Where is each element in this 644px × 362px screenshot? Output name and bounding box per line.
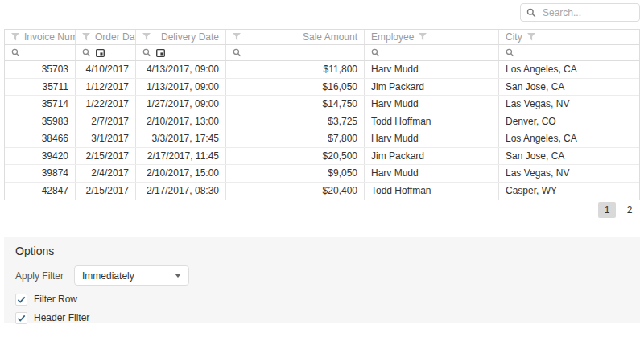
table-cell: Los Angeles, CA <box>499 61 639 78</box>
table-cell: Casper, WY <box>499 183 639 200</box>
table-cell: 39874 <box>5 165 76 182</box>
grid-body: 357034/10/20174/13/2017, 09:00$11,800Har… <box>5 61 639 200</box>
checkbox-row[interactable]: Filter Row <box>15 293 629 306</box>
table-cell: 4/13/2017, 09:00 <box>136 61 226 78</box>
apply-filter-row: Apply Filter Immediately <box>15 265 629 286</box>
table-cell: Las Vegas, NV <box>499 165 639 182</box>
table-cell: Harv Mudd <box>365 130 499 147</box>
table-cell: 38466 <box>5 130 76 147</box>
apply-filter-value: Immediately <box>82 270 134 282</box>
checkbox[interactable] <box>15 294 27 306</box>
apply-filter-label: Apply Filter <box>15 270 64 282</box>
table-cell: $9,050 <box>226 165 365 182</box>
search-panel[interactable] <box>520 3 640 22</box>
grid-header-row: Invoice NumberOrder DateDelivery DateSal… <box>5 30 639 45</box>
search-icon <box>233 48 242 57</box>
column-header[interactable]: Delivery Date <box>136 30 226 44</box>
filter-row-cell[interactable] <box>226 45 365 60</box>
table-cell: 2/10/2017, 15:00 <box>136 165 226 182</box>
table-cell: Jim Packard <box>365 79 499 96</box>
table-row: 394202/15/20172/17/2017, 11:45$20,500Jim… <box>5 148 639 166</box>
pager-page-2[interactable]: 2 <box>621 202 638 218</box>
table-cell: 4/10/2017 <box>76 61 136 78</box>
funnel-icon[interactable] <box>142 33 151 41</box>
column-header-label: Invoice Number <box>24 31 76 43</box>
options-title: Options <box>15 245 629 257</box>
search-icon <box>11 48 20 57</box>
table-cell: 2/15/2017 <box>76 148 136 165</box>
table-row: 428472/15/20172/17/2017, 08:30$20,400Tod… <box>5 183 639 200</box>
table-cell: 42847 <box>5 183 76 200</box>
table-cell: 3/1/2017 <box>76 130 136 147</box>
table-cell: Todd Hoffman <box>365 183 499 200</box>
grid-filter-row <box>5 45 639 61</box>
table-cell: 35711 <box>5 79 76 96</box>
table-cell: Jim Packard <box>365 148 499 165</box>
checkbox[interactable] <box>15 312 27 324</box>
search-icon <box>526 8 536 18</box>
funnel-icon[interactable] <box>11 33 19 41</box>
column-header[interactable]: Employee <box>365 30 499 44</box>
check-icon <box>17 295 26 304</box>
table-row: 398742/4/20172/10/2017, 15:00$9,050Harv … <box>5 165 639 183</box>
funnel-icon[interactable] <box>233 33 241 41</box>
table-cell: 2/10/2017, 13:00 <box>136 113 226 130</box>
funnel-icon[interactable] <box>419 33 427 41</box>
filter-row-cell[interactable] <box>499 45 639 60</box>
column-header-label: City <box>506 31 522 43</box>
checkbox-row[interactable]: Header Filter <box>15 311 629 324</box>
column-header[interactable]: Invoice Number <box>5 30 76 44</box>
checkbox-label: Header Filter <box>34 312 89 323</box>
table-cell: Denver, CO <box>499 113 639 130</box>
table-cell: 1/22/2017 <box>76 96 136 113</box>
column-header[interactable]: Order Date <box>76 30 136 44</box>
search-icon <box>371 48 380 57</box>
data-grid: Invoice NumberOrder DateDelivery DateSal… <box>4 29 640 200</box>
column-header[interactable]: City <box>499 30 639 44</box>
table-cell: 35703 <box>5 61 76 78</box>
column-header-label: Employee <box>371 31 414 43</box>
options-checkboxes: Filter RowHeader Filter <box>15 293 629 324</box>
table-cell: $3,725 <box>226 113 365 130</box>
table-row: 357141/22/20171/27/2017, 09:00$14,750Har… <box>5 96 639 113</box>
table-cell: 1/12/2017 <box>76 79 136 96</box>
table-cell: 1/13/2017, 09:00 <box>136 79 226 96</box>
funnel-icon[interactable] <box>527 33 535 41</box>
calendar-icon[interactable] <box>96 48 105 57</box>
funnel-icon[interactable] <box>82 33 90 41</box>
table-cell: 2/7/2017 <box>76 113 136 130</box>
table-cell: 1/27/2017, 09:00 <box>136 96 226 113</box>
table-cell: Harv Mudd <box>365 61 499 78</box>
table-cell: Las Vegas, NV <box>499 96 639 113</box>
table-cell: $16,050 <box>226 79 365 96</box>
table-cell: San Jose, CA <box>499 79 639 96</box>
search-input[interactable] <box>541 6 634 19</box>
column-header-label: Order Date <box>95 31 136 43</box>
table-cell: $11,800 <box>226 61 365 78</box>
table-cell: 35983 <box>5 113 76 130</box>
table-cell: 35714 <box>5 96 76 113</box>
table-cell: 2/17/2017, 11:45 <box>136 148 226 165</box>
apply-filter-select[interactable]: Immediately <box>74 265 189 286</box>
table-cell: $7,800 <box>226 130 365 147</box>
options-panel: Options Apply Filter Immediately Filter … <box>4 237 640 323</box>
column-header[interactable]: Sale Amount <box>226 30 365 44</box>
column-header-label: Sale Amount <box>303 31 357 43</box>
table-cell: $20,500 <box>226 148 365 165</box>
filter-row-cell[interactable] <box>76 45 136 60</box>
chevron-down-icon <box>175 274 181 278</box>
table-cell: $20,400 <box>226 183 365 200</box>
filter-row-cell[interactable] <box>136 45 226 60</box>
pager-page-1[interactable]: 1 <box>598 202 616 218</box>
filter-row-cell[interactable] <box>365 45 499 60</box>
check-icon <box>17 314 26 323</box>
table-cell: Harv Mudd <box>365 165 499 182</box>
table-cell: Todd Hoffman <box>365 113 499 130</box>
calendar-icon[interactable] <box>156 48 165 57</box>
table-cell: Harv Mudd <box>365 96 499 113</box>
filter-row-cell[interactable] <box>5 45 76 60</box>
table-row: 357034/10/20174/13/2017, 09:00$11,800Har… <box>5 61 639 79</box>
table-row: 384663/1/20173/3/2017, 17:45$7,800Harv M… <box>5 130 639 148</box>
table-cell: Los Angeles, CA <box>499 130 639 147</box>
table-cell: 2/15/2017 <box>76 183 136 200</box>
